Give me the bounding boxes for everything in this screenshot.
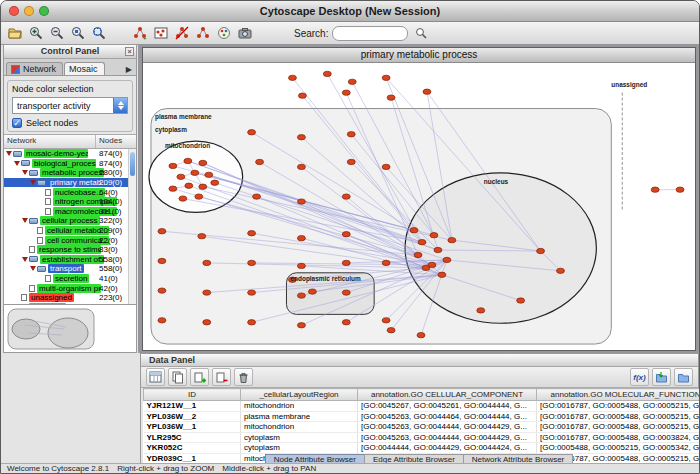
create-network-icon[interactable] — [193, 24, 212, 43]
title-bar[interactable]: Cytoscape Desktop (New Session) — [1, 1, 699, 22]
network-node[interactable] — [248, 231, 256, 236]
network-node[interactable] — [342, 194, 350, 199]
hide-selected-icon[interactable] — [172, 24, 191, 43]
network-node[interactable] — [297, 199, 305, 204]
table-cell[interactable]: cytoplasm — [241, 432, 358, 443]
open-icon[interactable] — [5, 24, 24, 43]
expand-icon[interactable] — [22, 218, 28, 223]
network-node[interactable] — [382, 164, 390, 169]
network-node[interactable] — [297, 293, 305, 298]
tree-row[interactable]: cell communica...22(0) — [4, 235, 136, 245]
close-window-button[interactable] — [9, 6, 19, 16]
network-node[interactable] — [428, 262, 436, 267]
tree-row[interactable]: transport558(0) — [4, 264, 136, 274]
zoom-out-icon[interactable] — [47, 24, 66, 43]
tree-row[interactable]: unassigned223(0) — [4, 293, 136, 303]
network-node[interactable] — [177, 174, 185, 179]
network-node[interactable] — [199, 184, 207, 189]
network-node[interactable] — [443, 257, 451, 262]
tree-header-nodes[interactable]: Nodes — [96, 135, 136, 148]
network-node[interactable] — [248, 290, 256, 295]
network-node[interactable] — [382, 318, 390, 323]
tree-row[interactable]: multi-organism pro42(0) — [4, 283, 136, 293]
expand-icon[interactable] — [6, 151, 12, 156]
network-overview-icon[interactable] — [151, 24, 170, 43]
network-node[interactable] — [169, 186, 177, 191]
network-canvas[interactable]: plasma membranecytoplasmmitochondrionnuc… — [143, 63, 695, 350]
table-row[interactable]: YPL036W__1mitochondrion[GO:0045263, GO:0… — [144, 422, 700, 433]
color-attribute-select[interactable]: transporter activity — [12, 97, 128, 114]
tree-row[interactable]: cellular metabo...209(0) — [4, 226, 136, 236]
table-cell[interactable]: YPL036W__1 — [144, 422, 241, 433]
network-node[interactable] — [198, 234, 206, 239]
delete-attribute-icon[interactable] — [212, 368, 231, 386]
zoom-in-icon[interactable] — [26, 24, 45, 43]
network-node[interactable] — [410, 228, 418, 233]
vizmapper-icon[interactable] — [214, 24, 233, 43]
network-node[interactable] — [297, 235, 305, 240]
table-cell[interactable]: YPL036W__2 — [144, 411, 241, 422]
network-node[interactable] — [323, 71, 331, 76]
table-cell[interactable]: YJR121W__1 — [144, 401, 241, 412]
search-options-icon[interactable] — [411, 24, 430, 43]
tab-mosaic[interactable]: Mosaic — [64, 62, 105, 75]
table-row[interactable]: YKR052Ccytoplasm[GO:0044444, GO:0044429,… — [144, 443, 700, 454]
tree-row[interactable]: macromolecule...311(0) — [4, 207, 136, 217]
network-node[interactable] — [248, 320, 256, 325]
tree-row[interactable]: metabolic process280(0) — [4, 168, 136, 178]
network-node[interactable] — [417, 332, 425, 337]
table-row[interactable]: YJR121W__1mitochondrion[GO:0045267, GO:0… — [144, 401, 700, 412]
table-cell[interactable]: YKR052C — [144, 443, 241, 454]
trash-icon[interactable] — [234, 368, 253, 386]
tree-row[interactable]: response to stimu83(0) — [4, 245, 136, 255]
network-node[interactable] — [438, 272, 446, 277]
search-input[interactable] — [332, 26, 408, 41]
network-node[interactable] — [347, 132, 355, 137]
network-node[interactable] — [347, 159, 355, 164]
table-cell[interactable]: plasma membrane — [241, 411, 358, 422]
network-node[interactable] — [348, 79, 356, 84]
column-header[interactable]: _cellularLayoutRegion — [241, 389, 358, 401]
network-node[interactable] — [185, 183, 193, 188]
network-node[interactable] — [342, 260, 350, 265]
expand-icon[interactable] — [22, 170, 28, 175]
table-cell[interactable]: mitochondrion — [241, 422, 358, 433]
network-node[interactable] — [203, 290, 211, 295]
network-node[interactable] — [205, 172, 213, 177]
tree-header-network[interactable]: Network — [4, 135, 96, 148]
network-node[interactable] — [179, 196, 187, 201]
snapshot-icon[interactable] — [235, 24, 254, 43]
tree-row[interactable]: biological_process874(0) — [4, 159, 136, 169]
tree-scrollbar-thumb[interactable] — [130, 152, 135, 176]
table-cell[interactable]: cytoplasm — [241, 443, 358, 454]
table-cell[interactable]: [GO:0016787, GO:0005488, GO:0005215, G..… — [537, 401, 700, 412]
network-node[interactable] — [537, 248, 545, 253]
zoom-fit-icon[interactable] — [89, 24, 108, 43]
function-builder-icon[interactable]: f(x) — [630, 368, 649, 386]
network-node[interactable] — [158, 318, 166, 323]
tab-scroll-right-icon[interactable]: ▶ — [122, 65, 136, 75]
network-node[interactable] — [199, 160, 207, 165]
tab-network[interactable]: Network — [6, 62, 63, 75]
float-panel-icon[interactable]: × — [125, 47, 134, 56]
network-node[interactable] — [342, 320, 350, 325]
new-attribute-icon[interactable] — [190, 368, 209, 386]
table-cell[interactable]: [GO:0045267, GO:0045261, GO:0044444, G..… — [358, 401, 537, 412]
expand-icon[interactable] — [30, 266, 36, 271]
network-node[interactable] — [297, 263, 305, 268]
tree-row[interactable]: establishment of lo558(0) — [4, 255, 136, 265]
network-node[interactable] — [169, 163, 177, 168]
network-node[interactable] — [211, 180, 219, 185]
table-cell[interactable]: [GO:0016787, GO:0005488, GO:0003824, G..… — [537, 432, 700, 443]
table-row[interactable]: YPL036W__2plasma membrane[GO:0045263, GO… — [144, 411, 700, 422]
attribute-grid-icon[interactable] — [146, 368, 165, 386]
network-node[interactable] — [248, 130, 256, 135]
select-nodes-checkbox[interactable]: ✓ — [12, 118, 22, 128]
network-node[interactable] — [158, 229, 166, 234]
minimize-window-button[interactable] — [24, 6, 34, 16]
network-node[interactable] — [477, 308, 485, 313]
import-attributes-icon[interactable] — [652, 368, 671, 386]
tree-row[interactable]: mosaic-demo-yeast874(0) — [4, 149, 136, 159]
table-cell[interactable]: [GO:0016787, GO:0005488, GO:0005215, G..… — [537, 411, 700, 422]
tree-scrollbar[interactable] — [128, 149, 136, 313]
